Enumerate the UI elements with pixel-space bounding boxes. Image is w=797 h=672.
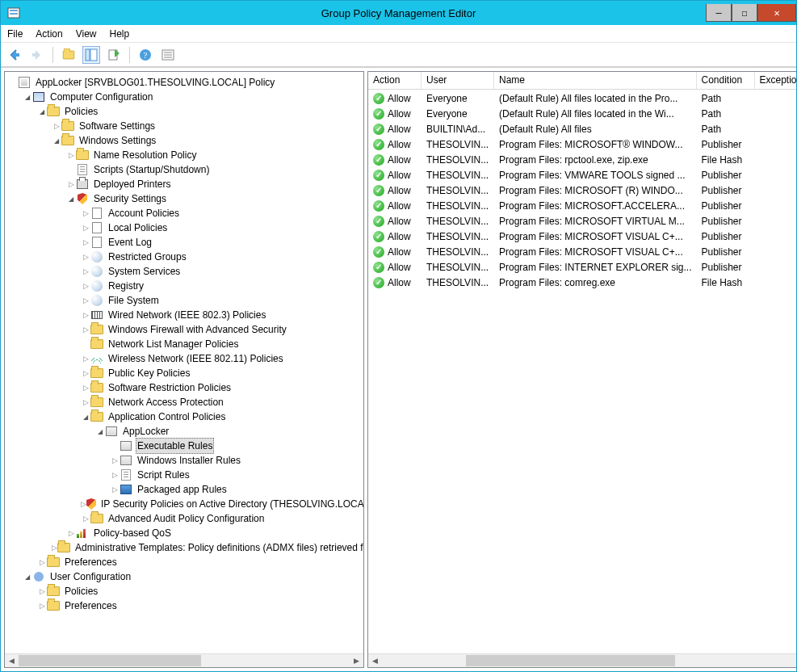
tree-node[interactable]: Windows Settings xyxy=(8,133,362,148)
tree-twisty-icon[interactable] xyxy=(37,104,47,120)
menu-action[interactable]: Action xyxy=(36,28,62,40)
tree-twisty-icon[interactable] xyxy=(81,293,90,308)
tree-twisty-icon[interactable] xyxy=(66,148,76,162)
tree-node[interactable]: Deployed Printers xyxy=(8,177,362,191)
tree-node[interactable]: Windows Firewall with Advanced Security xyxy=(8,322,362,337)
tree-twisty-icon[interactable] xyxy=(81,410,90,425)
tree-node[interactable]: Public Key Policies xyxy=(8,366,362,380)
list-scrollbar[interactable]: ◀ ▶ xyxy=(368,653,797,667)
tree-twisty-icon[interactable] xyxy=(81,250,90,264)
tree-twisty-icon[interactable] xyxy=(23,90,32,105)
tree-node[interactable]: Software Settings xyxy=(8,119,362,133)
tree-twisty-icon[interactable] xyxy=(110,468,120,482)
back-button[interactable] xyxy=(6,46,23,64)
tree-twisty-icon[interactable] xyxy=(66,526,76,540)
tree-node[interactable]: Packaged app Rules xyxy=(8,482,362,497)
tree-twisty-icon[interactable] xyxy=(37,555,47,569)
tree-node[interactable]: User Configuration xyxy=(8,569,362,584)
column-condition[interactable]: Condition xyxy=(697,72,755,89)
tree-node[interactable]: Network List Manager Policies xyxy=(8,337,362,351)
rule-row[interactable]: ✓AllowTHESOLVIN...Program Files: INTERNE… xyxy=(368,259,797,275)
scroll-left-button[interactable]: ◀ xyxy=(5,654,19,667)
forward-button[interactable] xyxy=(28,46,46,64)
tree-twisty-icon[interactable] xyxy=(37,598,47,613)
tree-node[interactable]: Event Log xyxy=(8,235,362,250)
tree-node[interactable]: Preferences xyxy=(8,555,362,569)
properties-button[interactable] xyxy=(159,46,177,64)
tree-node[interactable]: Software Restriction Policies xyxy=(8,380,362,395)
tree-twisty-icon[interactable] xyxy=(95,424,105,439)
menu-file[interactable]: File xyxy=(7,28,23,40)
policy-tree[interactable]: AppLocker [SRVBLOG01.THESOLVING.LOCAL] P… xyxy=(5,72,363,616)
up-button[interactable] xyxy=(60,46,78,64)
tree-node[interactable]: Windows Installer Rules xyxy=(8,453,362,468)
tree-twisty-icon[interactable] xyxy=(23,569,32,585)
tree-node[interactable]: Application Control Policies xyxy=(8,410,362,424)
close-button[interactable]: ✕ xyxy=(757,4,796,22)
tree-node[interactable]: Policies xyxy=(8,584,362,598)
rule-row[interactable]: ✓AllowTHESOLVIN...Program Files: MICROSO… xyxy=(368,213,797,229)
tree-twisty-icon[interactable] xyxy=(52,133,61,149)
minimize-button[interactable]: — xyxy=(706,4,732,22)
tree-scrollbar[interactable]: ◀ ▶ xyxy=(5,653,363,667)
rule-row[interactable]: ✓AllowTHESOLVIN...Program Files: VMWARE … xyxy=(368,167,797,183)
rule-row[interactable]: ✓AllowTHESOLVIN...Program Files: MICROSO… xyxy=(368,229,797,244)
tree-node[interactable]: AppLocker [SRVBLOG01.THESOLVING.LOCAL] P… xyxy=(8,75,362,90)
scroll-right-button[interactable]: ▶ xyxy=(350,654,363,667)
tree-node[interactable]: Local Policies xyxy=(8,220,362,235)
tree-node[interactable]: Policy-based QoS xyxy=(8,526,362,540)
tree-twisty-icon[interactable] xyxy=(81,322,90,337)
tree-twisty-icon[interactable] xyxy=(81,220,90,235)
tree-twisty-icon[interactable] xyxy=(81,395,90,410)
tree-node[interactable]: Account Policies xyxy=(8,206,362,220)
tree-node[interactable]: AppLocker xyxy=(8,424,362,439)
rule-row[interactable]: ✓AllowTHESOLVIN...Program Files: rpctool… xyxy=(368,152,797,167)
tree-twisty-icon[interactable] xyxy=(81,308,90,322)
column-exceptions[interactable]: Exceptions xyxy=(755,72,798,89)
maximize-button[interactable]: ☐ xyxy=(732,4,757,22)
tree-twisty-icon[interactable] xyxy=(81,380,90,395)
tree-node[interactable]: Network Access Protection xyxy=(8,395,362,410)
tree-node[interactable]: Script Rules xyxy=(8,468,362,482)
tree-twisty-icon[interactable] xyxy=(37,584,47,598)
menu-help[interactable]: Help xyxy=(110,28,130,40)
tree-twisty-icon[interactable] xyxy=(66,177,76,191)
tree-twisty-icon[interactable] xyxy=(81,497,86,511)
tree-node[interactable]: Administrative Templates: Policy definit… xyxy=(8,540,362,555)
tree-twisty-icon[interactable] xyxy=(81,351,90,366)
tree-twisty-icon[interactable] xyxy=(81,206,90,220)
rule-row[interactable]: ✓AllowTHESOLVIN...Program Files: MICROSO… xyxy=(368,183,797,198)
tree-node[interactable]: Security Settings xyxy=(8,191,362,206)
tree-twisty-icon[interactable] xyxy=(81,235,90,250)
tree-node[interactable]: Policies xyxy=(8,104,362,119)
rule-row[interactable]: ✓AllowTHESOLVIN...Program Files: MICROSO… xyxy=(368,244,797,259)
tree-node[interactable]: Executable Rules xyxy=(8,439,362,453)
tree-twisty-icon[interactable] xyxy=(66,191,76,207)
scroll-left-button[interactable]: ◀ xyxy=(368,654,382,667)
tree-twisty-icon[interactable] xyxy=(81,264,90,279)
tree-node[interactable]: Registry xyxy=(8,279,362,293)
list-header[interactable]: Action User Name Condition Exceptions xyxy=(368,72,797,90)
tree-node[interactable]: Restricted Groups xyxy=(8,250,362,264)
tree-twisty-icon[interactable] xyxy=(52,540,57,555)
rule-row[interactable]: ✓AllowEveryone(Default Rule) All files l… xyxy=(368,106,797,121)
tree-twisty-icon[interactable] xyxy=(81,279,90,293)
rule-row[interactable]: ✓AllowTHESOLVIN...Program Files: comreg.… xyxy=(368,275,797,290)
rule-row[interactable]: ✓AllowTHESOLVIN...Program Files: MICROSO… xyxy=(368,198,797,213)
column-action[interactable]: Action xyxy=(368,72,422,89)
tree-node[interactable]: Scripts (Startup/Shutdown) xyxy=(8,162,362,177)
tree-twisty-icon[interactable] xyxy=(81,366,90,380)
column-name[interactable]: Name xyxy=(494,72,697,89)
rule-row[interactable]: ✓AllowBUILTIN\Ad...(Default Rule) All fi… xyxy=(368,121,797,136)
show-tree-button[interactable] xyxy=(82,46,100,64)
tree-node[interactable]: Advanced Audit Policy Configuration xyxy=(8,511,362,526)
export-button[interactable] xyxy=(105,46,123,64)
rule-row[interactable]: ✓AllowTHESOLVIN...Program Files: MICROSO… xyxy=(368,136,797,152)
menu-view[interactable]: View xyxy=(76,28,97,40)
tree-node[interactable]: System Services xyxy=(8,264,362,279)
tree-twisty-icon[interactable] xyxy=(81,511,90,526)
tree-node[interactable]: File System xyxy=(8,293,362,308)
tree-node[interactable]: Preferences xyxy=(8,598,362,613)
tree-node[interactable]: IP Security Policies on Active Directory… xyxy=(8,497,362,511)
help-button[interactable]: ? xyxy=(136,46,154,64)
